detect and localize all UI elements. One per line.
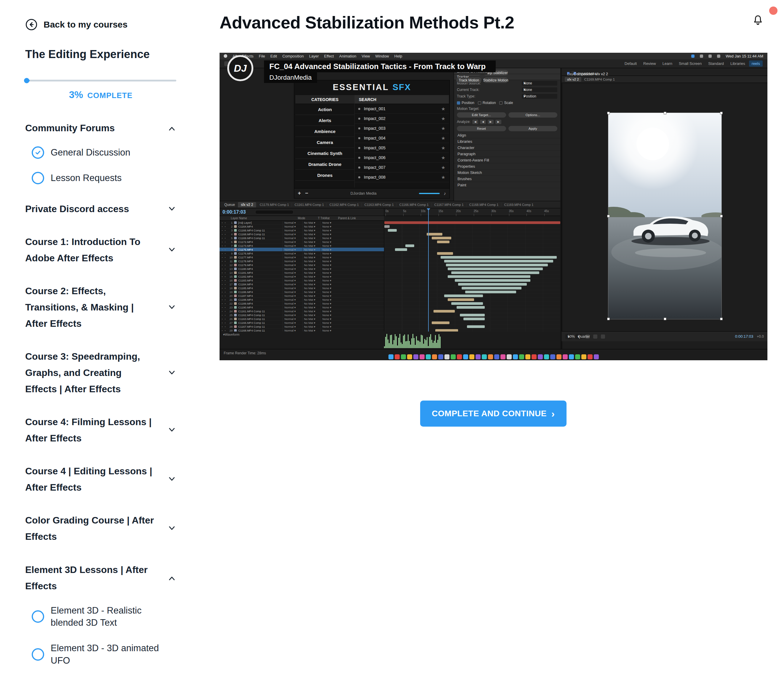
dock-app-icon[interactable] xyxy=(469,354,474,359)
clip-bar[interactable] xyxy=(384,221,560,224)
sfx-result-row[interactable]: Impact_001★ xyxy=(355,104,449,114)
selection-handle[interactable] xyxy=(664,112,666,114)
clip-bar[interactable] xyxy=(462,287,521,290)
favorite-star-icon[interactable]: ★ xyxy=(441,106,445,112)
effects-panel-item[interactable]: Properties xyxy=(454,163,560,169)
dock-app-icon[interactable] xyxy=(507,354,512,359)
sfx-add-icon[interactable]: + xyxy=(298,190,301,196)
dock-app-icon[interactable] xyxy=(463,354,468,359)
lesson-item[interactable]: Lesson Requests xyxy=(32,172,176,184)
sfx-category[interactable]: Action xyxy=(295,104,354,115)
selection-handle[interactable] xyxy=(607,318,610,320)
dock-app-icon[interactable] xyxy=(413,354,418,359)
menu-item[interactable]: Animation xyxy=(339,54,357,58)
comp-tab[interactable]: C1162.MP4 Comp 1 xyxy=(327,203,362,207)
timeline-layer-row[interactable]: ••29C1168.MP4 Comp 11Normal ▾No Mat ▾Non… xyxy=(220,328,384,331)
timeline-layer-row[interactable]: ••16C1183.MP4Normal ▾No Mat ▾None ▾ xyxy=(220,279,384,282)
menu-item[interactable]: View xyxy=(362,54,370,58)
dock-app-icon[interactable] xyxy=(476,354,481,359)
tracker-action-button[interactable]: Reset xyxy=(457,126,506,131)
effects-panel-item[interactable]: Align xyxy=(454,132,560,139)
comp-tab[interactable]: C1166.MP4 Comp 1 xyxy=(397,203,432,207)
timeline-layer-row[interactable]: ••2C1164.MP4Normal ▾No Mat ▾None ▾ xyxy=(220,225,384,228)
selection-handle[interactable] xyxy=(664,318,666,320)
clip-bar[interactable] xyxy=(448,275,531,278)
apple-menu-icon[interactable] xyxy=(224,54,227,58)
clip-bar[interactable] xyxy=(432,237,451,239)
sidebar-section-toggle[interactable]: Course 2: Effects, Transitions, & Maskin… xyxy=(25,283,176,332)
timeline-layer-row[interactable]: ••20C1187.MP4Normal ▾No Mat ▾None ▾ xyxy=(220,294,384,298)
comp-tab[interactable]: C1167.MP4 Comp 1 xyxy=(432,203,466,207)
play-dot-icon[interactable] xyxy=(358,157,360,159)
dock-app-icon[interactable] xyxy=(532,354,537,359)
clip-bar[interactable] xyxy=(435,329,458,331)
clip-bar[interactable] xyxy=(437,241,449,243)
checkbox-icon[interactable] xyxy=(499,101,502,105)
dock-app-icon[interactable] xyxy=(426,354,431,359)
favorite-star-icon[interactable]: ★ xyxy=(441,165,445,170)
back-to-courses-link[interactable]: Back to my courses xyxy=(25,18,176,31)
lesson-item[interactable]: Element 3D - Realistic blended 3D Text xyxy=(32,604,176,629)
sfx-category[interactable]: Camera xyxy=(295,137,354,148)
workspace-tab[interactable]: Review xyxy=(641,61,659,67)
tab-layer[interactable]: Layer C1169.MP4 xyxy=(565,71,569,73)
lesson-item[interactable]: General Discussion xyxy=(32,147,176,159)
clip-bar[interactable] xyxy=(446,264,548,266)
dock-app-icon[interactable] xyxy=(563,354,568,359)
timeline-layer-row[interactable]: ••27C1166.MP4 Comp 11Normal ▾No Mat ▾Non… xyxy=(220,321,384,325)
play-dot-icon[interactable] xyxy=(358,166,360,169)
comp-tab[interactable]: C1168.MP4 Comp 1 xyxy=(466,203,501,207)
tracker-checkbox[interactable]: Position xyxy=(457,101,474,105)
sidebar-section-toggle[interactable]: Course 1: Introduction To Adobe After Ef… xyxy=(25,234,176,266)
clip-bar[interactable] xyxy=(444,295,483,297)
dock-app-icon[interactable] xyxy=(544,354,549,359)
menu-item[interactable]: Composition xyxy=(282,54,304,58)
timeline-layer-row[interactable]: ••26C1163.MP4 Comp 11Normal ▾No Mat ▾Non… xyxy=(220,317,384,321)
timeline-layer-row[interactable]: ••9C1176.MP4Normal ▾No Mat ▾None ▾ xyxy=(220,252,384,255)
sidebar-section-toggle[interactable]: Element 3D Lessons | After Effects xyxy=(25,562,176,594)
timeline-layer-row[interactable]: ••11C1178.MP4Normal ▾No Mat ▾None ▾ xyxy=(220,259,384,263)
timeline-layer-row[interactable]: ••14C1181.MP4Normal ▾No Mat ▾None ▾ xyxy=(220,271,384,275)
dock-app-icon[interactable] xyxy=(575,354,580,359)
analyze-step-button[interactable]: ▶ xyxy=(496,120,501,124)
menu-item[interactable]: Help xyxy=(394,54,402,58)
sfx-remove-icon[interactable]: − xyxy=(305,190,308,196)
time-ruler[interactable]: 0s5s10s15s20s25s30s35s40s45s xyxy=(384,208,560,216)
tracker-checkbox[interactable]: Rotation xyxy=(478,101,496,105)
tracker-button[interactable]: Stabilize Motion xyxy=(483,77,508,83)
sidebar-section-toggle[interactable]: Color Grading Course | After Effects xyxy=(25,512,176,545)
clip-bar[interactable] xyxy=(433,310,454,312)
timeline-layer-row[interactable]: ••1[Adj Layer]Normal ▾No Mat ▾None ▾ xyxy=(220,221,384,225)
sidebar-section-toggle[interactable]: Community Forums xyxy=(25,120,176,136)
clip-bar[interactable] xyxy=(460,314,484,316)
comp-tab[interactable]: C1163.MP4 Comp 1 xyxy=(362,203,397,207)
timeline-layer-row[interactable]: ••13C1180.MP4Normal ▾No Mat ▾None ▾ xyxy=(220,267,384,271)
active-comp-tab[interactable]: sfx v2 2 xyxy=(238,202,256,207)
timeline-layer-row[interactable]: ••24C1161.MP4 Comp 11Normal ▾No Mat ▾Non… xyxy=(220,309,384,313)
dock-app-icon[interactable] xyxy=(519,354,524,359)
play-dot-icon[interactable] xyxy=(358,127,360,129)
workspace-tab[interactable]: Small Screen xyxy=(676,61,704,67)
dock-app-icon[interactable] xyxy=(389,354,394,359)
clip-bar[interactable] xyxy=(384,225,390,228)
timeline-layer-row[interactable]: ••22C1189.MP4Normal ▾No Mat ▾None ▾ xyxy=(220,301,384,306)
sfx-category[interactable]: Drones xyxy=(295,170,354,181)
workspace-tab[interactable]: Default xyxy=(622,61,639,67)
clip-bar[interactable] xyxy=(464,318,484,320)
sfx-result-row[interactable]: Impact_006★ xyxy=(355,153,449,163)
workspace-tab[interactable]: Learn xyxy=(660,61,675,67)
timeline-layer-row[interactable]: ••12C1179.MP4Normal ▾No Mat ▾None ▾ xyxy=(220,263,384,267)
selection-handle[interactable] xyxy=(607,112,610,114)
dock-app-icon[interactable] xyxy=(438,354,443,359)
effects-panel-item[interactable]: Libraries xyxy=(454,139,560,145)
tracker-field-dropdown[interactable]: Position▾ xyxy=(522,94,557,99)
sfx-result-row[interactable]: Impact_002★ xyxy=(355,114,449,124)
clip-bar[interactable] xyxy=(451,302,483,305)
clip-bar[interactable] xyxy=(444,260,553,263)
workspace-tab[interactable]: reels xyxy=(749,61,763,67)
dock-app-icon[interactable] xyxy=(538,354,543,359)
timeline-layer-row[interactable]: ••25C1162.MP4 Comp 11Normal ▾No Mat ▾Non… xyxy=(220,313,384,317)
sfx-result-row[interactable]: Impact_004★ xyxy=(355,133,449,143)
lesson-item[interactable]: Element 3D - 3D animated UFO xyxy=(32,642,176,667)
sfx-result-row[interactable]: Impact_005★ xyxy=(355,143,449,153)
